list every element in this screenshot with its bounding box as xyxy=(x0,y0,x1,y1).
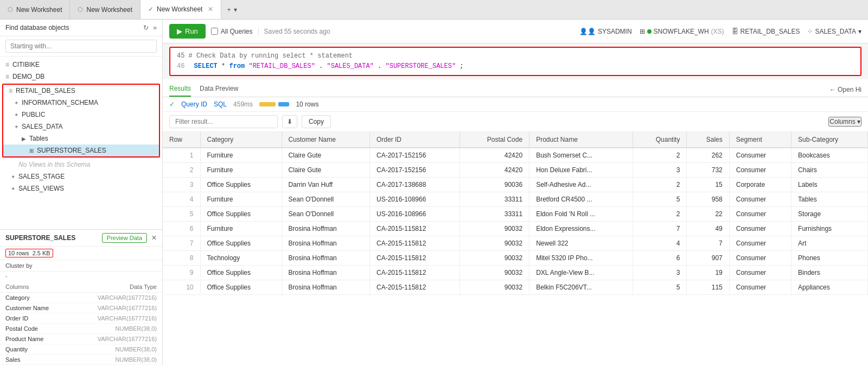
download-button[interactable]: ⬇ xyxy=(282,115,297,128)
tab-2[interactable]: ⬡ New Worksheet xyxy=(70,0,140,19)
cell-segment: Consumer xyxy=(729,266,791,280)
cell-subcat: Storage xyxy=(792,207,868,222)
collapse-icon[interactable]: » xyxy=(153,24,157,32)
cell-order: CA-2015-115812 xyxy=(369,236,459,251)
col-order-id[interactable]: Order ID xyxy=(369,132,459,148)
preview-stats: 10 rows 2.5 KB xyxy=(0,247,162,260)
timing-bar xyxy=(259,100,289,108)
code-editor[interactable]: 45 # Check Data by running select * stat… xyxy=(169,47,861,76)
schema-icon: ✦ xyxy=(14,100,18,106)
col-postal-code[interactable]: Postal Code xyxy=(459,132,529,148)
database-indicator[interactable]: 🗄 RETAIL_DB_SALES xyxy=(732,28,800,35)
tab-preview[interactable]: Data Preview xyxy=(200,83,238,97)
results-tabs: Results Data Preview ← Open Hi xyxy=(163,79,868,97)
cell-order: CA-2015-115812 xyxy=(369,251,459,266)
code-line-45-text: 45 # Check Data by running select * stat… xyxy=(177,51,353,61)
tab-1[interactable]: ⬡ New Worksheet xyxy=(0,0,70,19)
cell-sales: 115 xyxy=(687,280,729,295)
highlighted-section: ≡ RETAIL_DB_SALES ✦ INFORMATION_SCHEMA ✦… xyxy=(2,84,160,158)
sidebar-item-salesstage[interactable]: ✦ SALES_STAGE xyxy=(0,171,162,182)
cell-customer: Claire Gute xyxy=(282,163,369,178)
filter-input[interactable] xyxy=(169,115,278,128)
copy-button[interactable]: Copy xyxy=(302,115,331,128)
sidebar-item-infoschema[interactable]: ✦ INFORMATION_SCHEMA xyxy=(3,97,159,109)
preview-title: SUPERSTORE_SALES xyxy=(5,234,75,242)
sidebar-item-tables[interactable]: ▶ Tables xyxy=(3,133,159,144)
col-segment[interactable]: Segment xyxy=(729,132,791,148)
cell-subcat: Art xyxy=(792,236,868,251)
cell-postal: 90032 xyxy=(459,266,529,280)
table-row: 8 Technology Brosina Hoffman CA-2015-115… xyxy=(163,251,868,266)
col-category[interactable]: Category xyxy=(200,132,282,148)
cell-order: US-2016-108966 xyxy=(369,207,459,222)
cell-segment: Consumer xyxy=(729,222,791,236)
tab-2-icon: ⬡ xyxy=(78,6,83,13)
line-46-num: 46 xyxy=(177,62,184,70)
cell-qty: 2 xyxy=(633,148,687,163)
col-sub-category[interactable]: Sub-Category xyxy=(792,132,868,148)
user-indicator[interactable]: 👤👤 SYSADMIN xyxy=(579,28,632,35)
dropdown-icon: ▾ xyxy=(234,6,237,14)
col-customer-name[interactable]: Customer Name xyxy=(282,132,369,148)
tab-3-close-icon[interactable]: ✕ xyxy=(208,5,213,13)
col-quantity[interactable]: Quantity xyxy=(633,132,687,148)
cell-sales: 262 xyxy=(687,148,729,163)
all-queries-input[interactable] xyxy=(211,28,218,35)
sidebar-item-superstore[interactable]: ⊞ SUPERSTORE_SALES xyxy=(3,144,159,156)
download-icon: ⬇ xyxy=(287,118,292,125)
run-button[interactable]: ▶ Run xyxy=(169,24,206,39)
sidebar-item-demodb[interactable]: ≡ DEMO_DB xyxy=(0,71,162,83)
sidebar-item-retaildb[interactable]: ≡ RETAIL_DB_SALES xyxy=(3,85,159,97)
row-num: 3 xyxy=(163,178,200,192)
table-row: 4 Furniture Sean O'Donnell US-2016-10896… xyxy=(163,192,868,207)
cell-category: Office Supplies xyxy=(200,178,282,192)
sidebar-item-public[interactable]: ✦ PUBLIC xyxy=(3,109,159,121)
cell-subcat: Phones xyxy=(792,251,868,266)
sidebar-item-salesdata[interactable]: ✦ SALES_DATA xyxy=(3,121,159,133)
tab-bar: ⬡ New Worksheet ⬡ New Worksheet ✓ New Wo… xyxy=(0,0,868,20)
query-id-link[interactable]: Query ID xyxy=(181,100,207,108)
table-row: 9 Office Supplies Brosina Hoffman CA-201… xyxy=(163,266,868,280)
search-input[interactable] xyxy=(5,40,157,53)
sidebar-item-label: Tables xyxy=(29,135,48,142)
schema-indicator[interactable]: ⁘ SALES_DATA ▾ xyxy=(807,28,861,35)
cell-postal: 42420 xyxy=(459,163,529,178)
col-product-name[interactable]: Product Name xyxy=(529,132,633,148)
tab-results[interactable]: Results xyxy=(169,83,191,97)
cell-category: Office Supplies xyxy=(200,280,282,295)
content-area: ▶ Run All Queries Saved 55 seconds ago 👤… xyxy=(163,20,868,365)
warehouse-indicator[interactable]: ⊞ SNOWFLAKE_WH (XS) xyxy=(640,28,724,35)
close-icon[interactable]: ✕ xyxy=(151,234,157,242)
table-row: 6 Furniture Brosina Hoffman CA-2015-1158… xyxy=(163,222,868,236)
rows-stat: 10 rows 2.5 KB xyxy=(5,249,53,257)
cell-customer: Brosina Hoffman xyxy=(282,251,369,266)
col-row: Row xyxy=(163,132,200,148)
cell-qty: 7 xyxy=(633,222,687,236)
cell-segment: Consumer xyxy=(729,236,791,251)
table-row: 5 Office Supplies Sean O'Donnell US-2016… xyxy=(163,207,868,222)
columns-button[interactable]: Columns ▾ xyxy=(828,117,861,127)
sidebar-item-label: SALES_VIEWS xyxy=(18,185,64,192)
code-line-46-pre: 46 SELECT * from "RETAIL_DB_SALES" . "SA… xyxy=(177,61,464,72)
sidebar-item-citibike[interactable]: ≡ CITIBIKE xyxy=(0,59,162,71)
cell-segment: Consumer xyxy=(729,207,791,222)
sidebar-item-salesviews[interactable]: ✦ SALES_VIEWS xyxy=(0,182,162,194)
sidebar-item-label: SALES_STAGE xyxy=(18,173,65,180)
open-history-button[interactable]: ← Open Hi xyxy=(829,86,861,93)
cell-segment: Consumer xyxy=(729,148,791,163)
sql-link[interactable]: SQL xyxy=(214,100,227,108)
tab-add-button[interactable]: + ▾ xyxy=(221,6,242,14)
tab-2-label: New Worksheet xyxy=(86,6,132,14)
cell-postal: 90032 xyxy=(459,236,529,251)
cell-category: Furniture xyxy=(200,148,282,163)
all-queries-checkbox[interactable]: All Queries xyxy=(211,28,253,35)
row-num: 6 xyxy=(163,222,200,236)
cell-product: DXL Angle-View B... xyxy=(529,266,633,280)
preview-data-button[interactable]: Preview Data xyxy=(102,233,147,243)
cell-postal: 90036 xyxy=(459,178,529,192)
refresh-icon[interactable]: ↻ xyxy=(143,24,149,32)
saved-status: Saved 55 seconds ago xyxy=(258,28,330,35)
col-sales[interactable]: Sales xyxy=(687,132,729,148)
row-num: 4 xyxy=(163,192,200,207)
tab-3[interactable]: ✓ New Worksheet ✕ xyxy=(141,0,221,19)
